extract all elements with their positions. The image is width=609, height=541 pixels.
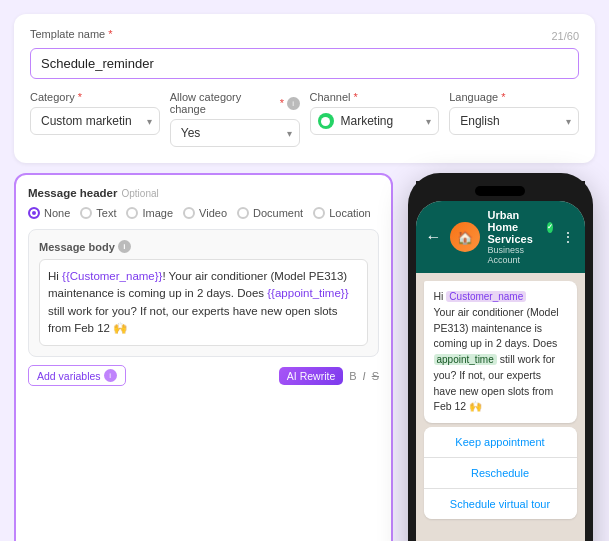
channel-select-wrapper: Marketing ▾ xyxy=(310,107,440,135)
radio-dot-video xyxy=(183,207,195,219)
notch-pill xyxy=(475,186,525,196)
message-body-text[interactable]: Hi {{Customer_name}}! Your air condition… xyxy=(39,259,368,346)
phone-screen: ← 🏠 Urban Home Services ✓ Business Accou… xyxy=(416,201,585,541)
hi-text: Hi xyxy=(434,290,447,302)
business-subtitle: Business Account xyxy=(488,245,553,265)
radio-dot-location xyxy=(313,207,325,219)
keep-appointment-button[interactable]: Keep appointment xyxy=(424,427,577,457)
add-variables-button[interactable]: Add variables i xyxy=(28,365,126,386)
allow-change-select[interactable]: Yes xyxy=(170,119,300,147)
channel-icon xyxy=(318,113,334,129)
category-field: Category * Custom marketing ▾ xyxy=(30,91,160,147)
phone-wrapper: ← 🏠 Urban Home Services ✓ Business Accou… xyxy=(405,173,595,541)
header-type-radio-group: None Text Image Video Document Location xyxy=(28,207,379,219)
message-footer: Add variables i AI Rewrite B I S xyxy=(28,365,379,386)
char-count: 21/60 xyxy=(551,30,579,42)
radio-location[interactable]: Location xyxy=(313,207,371,219)
radio-text[interactable]: Text xyxy=(80,207,116,219)
template-name-label: Template name * xyxy=(30,28,113,40)
whatsapp-action-buttons: Keep appointment Reschedule Schedule vir… xyxy=(424,427,577,519)
template-name-input[interactable] xyxy=(30,48,579,79)
phone-mockup: ← 🏠 Urban Home Services ✓ Business Accou… xyxy=(408,173,593,541)
back-icon[interactable]: ← xyxy=(426,228,442,246)
radio-dot-text xyxy=(80,207,92,219)
whatsapp-message-bubble: Hi Customer_name Your air conditioner (M… xyxy=(424,281,577,423)
business-info: Urban Home Services ✓ Business Account xyxy=(488,209,553,265)
radio-none[interactable]: None xyxy=(28,207,70,219)
radio-image[interactable]: Image xyxy=(126,207,173,219)
customer-name-preview-tag: Customer_name xyxy=(446,291,526,302)
allow-change-select-wrapper: Yes ▾ xyxy=(170,119,300,147)
language-select-wrapper: English ▾ xyxy=(449,107,579,135)
message-body-preview: Your air conditioner (Model PE313) maint… xyxy=(434,306,559,350)
phone-notch xyxy=(416,181,585,201)
appoint-time-preview-tag: appoint_time xyxy=(434,354,497,365)
radio-video[interactable]: Video xyxy=(183,207,227,219)
avatar: 🏠 xyxy=(450,222,480,252)
message-body-label: Message body i xyxy=(39,240,368,253)
radio-dot-none xyxy=(28,207,40,219)
bottom-area: Message header Optional None Text Image … xyxy=(14,173,595,541)
radio-dot-image xyxy=(126,207,138,219)
radio-document[interactable]: Document xyxy=(237,207,303,219)
bold-icon[interactable]: B xyxy=(349,370,356,382)
language-field: Language * English ▾ xyxy=(449,91,579,147)
language-select[interactable]: English xyxy=(449,107,579,135)
info-icon-vars: i xyxy=(104,369,117,382)
channel-field: Channel * Marketing ▾ xyxy=(310,91,440,147)
info-icon[interactable]: i xyxy=(287,97,300,110)
more-options-icon[interactable]: ⋮ xyxy=(561,229,575,245)
ai-rewrite-button[interactable]: AI Rewrite xyxy=(279,367,343,385)
format-icons-group: AI Rewrite B I S xyxy=(279,367,379,385)
category-select[interactable]: Custom marketing xyxy=(30,107,160,135)
message-header-section-title: Message header Optional xyxy=(28,187,379,199)
radio-dot-document xyxy=(237,207,249,219)
business-name: Urban Home Services ✓ xyxy=(488,209,553,245)
top-card: Template name * 21/60 Category * Custom … xyxy=(14,14,595,163)
chat-area: Hi Customer_name Your air conditioner (M… xyxy=(416,273,585,527)
verified-badge: ✓ xyxy=(547,222,553,233)
customer-name-var: {{Customer_name}} xyxy=(62,270,162,282)
reschedule-button[interactable]: Reschedule xyxy=(424,457,577,488)
message-body-section: Message body i Hi {{Customer_name}}! You… xyxy=(28,229,379,357)
schedule-virtual-tour-button[interactable]: Schedule virtual tour xyxy=(424,488,577,519)
appoint-time-var: {{appoint_time}} xyxy=(267,287,348,299)
info-icon-body[interactable]: i xyxy=(118,240,131,253)
whatsapp-header: ← 🏠 Urban Home Services ✓ Business Accou… xyxy=(416,201,585,273)
italic-icon[interactable]: I xyxy=(363,370,366,382)
allow-change-field: Allow category change * i Yes ▾ xyxy=(170,91,300,147)
strikethrough-icon[interactable]: S xyxy=(372,370,379,382)
category-select-wrapper: Custom marketing ▾ xyxy=(30,107,160,135)
template-card: Message header Optional None Text Image … xyxy=(14,173,393,541)
